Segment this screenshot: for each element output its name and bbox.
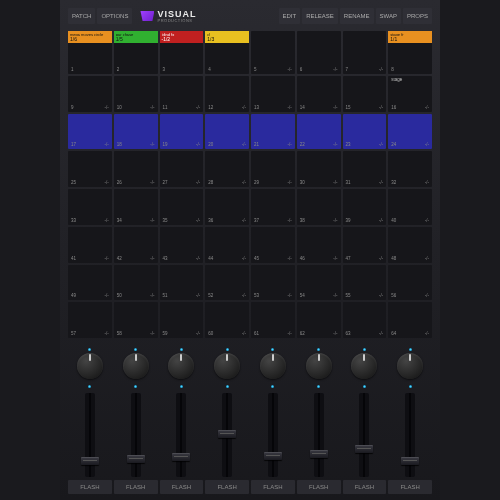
cue-cell[interactable]: 5-/-: [251, 31, 295, 74]
cue-cell[interactable]: 13-/-: [251, 76, 295, 112]
fader[interactable]: [222, 393, 232, 477]
led-indicator: [409, 385, 412, 388]
options-button[interactable]: OPTIONS: [97, 8, 132, 24]
cue-cell[interactable]: 31-/-: [343, 151, 387, 187]
cue-cell[interactable]: 64-/-: [388, 302, 432, 338]
cue-cell[interactable]: 15-/-: [343, 76, 387, 112]
cue-cell[interactable]: 48-/-: [388, 227, 432, 263]
cue-cell[interactable]: 51-/-: [160, 265, 204, 301]
cue-cell[interactable]: 53-/-: [251, 265, 295, 301]
cue-cell[interactable]: stage16-/-: [388, 76, 432, 112]
cue-cell[interactable]: cl1/34: [205, 31, 249, 74]
flash-button[interactable]: FLASH: [343, 480, 387, 494]
cue-cell[interactable]: 18-/-: [114, 114, 158, 150]
fader[interactable]: [268, 393, 278, 477]
cue-cell[interactable]: 32-/-: [388, 151, 432, 187]
cue-cell[interactable]: 7-/-: [343, 31, 387, 74]
props-button[interactable]: PROPS: [403, 8, 432, 24]
cue-cell[interactable]: 58-/-: [114, 302, 158, 338]
cue-cell[interactable]: 19-/-: [160, 114, 204, 150]
cue-cell[interactable]: 57-/-: [68, 302, 112, 338]
cue-cell[interactable]: 12-/-: [205, 76, 249, 112]
cue-cell[interactable]: mega moves circle1/61: [68, 31, 112, 74]
flash-button[interactable]: FLASH: [297, 480, 341, 494]
cue-cell[interactable]: blind fx-1/23: [160, 31, 204, 74]
channel-knob[interactable]: [397, 353, 423, 379]
release-button[interactable]: RELEASE: [302, 8, 338, 24]
flash-button[interactable]: FLASH: [114, 480, 158, 494]
cue-cell[interactable]: 38-/-: [297, 189, 341, 225]
cue-cell[interactable]: 26-/-: [114, 151, 158, 187]
flash-button[interactable]: FLASH: [388, 480, 432, 494]
channel-knob[interactable]: [123, 353, 149, 379]
cue-cell[interactable]: 22-/-: [297, 114, 341, 150]
cue-cell[interactable]: 23-/-: [343, 114, 387, 150]
channel-knob[interactable]: [306, 353, 332, 379]
cue-cell[interactable]: 55-/-: [343, 265, 387, 301]
cue-cell[interactable]: 52-/-: [205, 265, 249, 301]
cue-cell[interactable]: 63-/-: [343, 302, 387, 338]
rename-button[interactable]: RENAME: [340, 8, 374, 24]
channel-knob[interactable]: [77, 353, 103, 379]
led-indicator: [226, 348, 229, 351]
fader[interactable]: [131, 393, 141, 477]
cue-cell[interactable]: 41-/-: [68, 227, 112, 263]
cue-cell[interactable]: 43-/-: [160, 227, 204, 263]
cue-cell[interactable]: 34-/-: [114, 189, 158, 225]
channel-knob[interactable]: [214, 353, 240, 379]
cue-cell[interactable]: 46-/-: [297, 227, 341, 263]
cue-cell[interactable]: 17-/-: [68, 114, 112, 150]
cue-cell[interactable]: 47-/-: [343, 227, 387, 263]
cue-cell[interactable]: 61-/-: [251, 302, 295, 338]
led-indicator: [363, 385, 366, 388]
cue-cell[interactable]: 56-/-: [388, 265, 432, 301]
fader[interactable]: [405, 393, 415, 477]
cue-cell[interactable]: 33-/-: [68, 189, 112, 225]
channel-knob[interactable]: [168, 353, 194, 379]
cue-cell[interactable]: 14-/-: [297, 76, 341, 112]
cue-cell[interactable]: 29-/-: [251, 151, 295, 187]
fader[interactable]: [85, 393, 95, 477]
flash-button[interactable]: FLASH: [205, 480, 249, 494]
cue-cell[interactable]: 54-/-: [297, 265, 341, 301]
cue-cell[interactable]: 42-/-: [114, 227, 158, 263]
channel-knob[interactable]: [260, 353, 286, 379]
cue-cell[interactable]: 35-/-: [160, 189, 204, 225]
cue-cell[interactable]: 20-/-: [205, 114, 249, 150]
flash-button[interactable]: FLASH: [160, 480, 204, 494]
cue-cell[interactable]: 9-/-: [68, 76, 112, 112]
channel-knob[interactable]: [351, 353, 377, 379]
cue-cell[interactable]: 37-/-: [251, 189, 295, 225]
cue-cell[interactable]: 25-/-: [68, 151, 112, 187]
cue-cell[interactable]: 60-/-: [205, 302, 249, 338]
cue-cell[interactable]: 11-/-: [160, 76, 204, 112]
cue-cell[interactable]: 45-/-: [251, 227, 295, 263]
cue-cell[interactable]: 24-/-: [388, 114, 432, 150]
cue-cell[interactable]: 44-/-: [205, 227, 249, 263]
cue-cell[interactable]: 62-/-: [297, 302, 341, 338]
cue-cell[interactable]: 27-/-: [160, 151, 204, 187]
flash-button[interactable]: FLASH: [68, 480, 112, 494]
cue-cell[interactable]: 36-/-: [205, 189, 249, 225]
swap-button[interactable]: SWAP: [376, 8, 401, 24]
cue-cell[interactable]: 6-/-: [297, 31, 341, 74]
fader[interactable]: [359, 393, 369, 477]
cue-cell[interactable]: stage fr1/18: [388, 31, 432, 74]
edit-button[interactable]: EDIT: [279, 8, 301, 24]
patch-button[interactable]: PATCH: [68, 8, 95, 24]
cue-cell[interactable]: 40-/-: [388, 189, 432, 225]
cue-cell[interactable]: par chase1/52: [114, 31, 158, 74]
cue-cell[interactable]: 28-/-: [205, 151, 249, 187]
cue-cell[interactable]: 21-/-: [251, 114, 295, 150]
cue-cell[interactable]: 49-/-: [68, 265, 112, 301]
cue-cell[interactable]: 30-/-: [297, 151, 341, 187]
cue-cell[interactable]: 50-/-: [114, 265, 158, 301]
cue-cell[interactable]: 10-/-: [114, 76, 158, 112]
mixer-channel: FLASH: [297, 344, 341, 494]
flash-button[interactable]: FLASH: [251, 480, 295, 494]
fader[interactable]: [176, 393, 186, 477]
fader[interactable]: [314, 393, 324, 477]
cue-cell[interactable]: 39-/-: [343, 189, 387, 225]
cue-cell[interactable]: 59-/-: [160, 302, 204, 338]
cue-grid: mega moves circle1/61par chase1/52blind …: [68, 31, 432, 338]
